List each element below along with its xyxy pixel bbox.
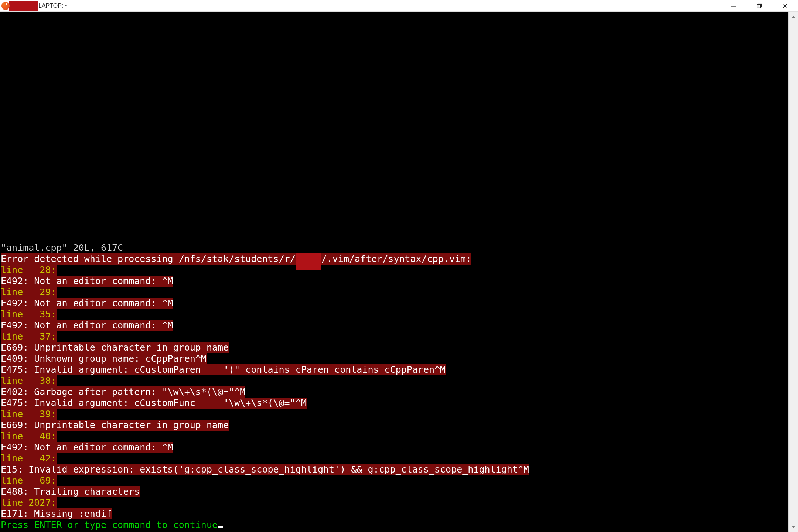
terminal-line: "animal.cpp" 20L, 617C: [1, 242, 788, 253]
vim-line-marker: line 28:: [1, 265, 57, 276]
vim-line-marker: line 38:: [1, 375, 57, 386]
vim-line-marker: line 2027:: [1, 497, 57, 508]
maximize-button[interactable]: [746, 0, 772, 12]
path-redaction-overlay: [296, 253, 321, 270]
terminal-line: line 42:: [1, 453, 788, 464]
vim-line-marker: line 40:: [1, 431, 57, 442]
vim-error-message: E15: Invalid expression: exists('g:cpp_c…: [1, 464, 529, 475]
vim-line-marker: line 42:: [1, 453, 57, 464]
vim-error-message: E492: Not an editor command: ^M: [1, 298, 173, 309]
vim-error-message: E488: Trailing characters: [1, 486, 140, 497]
terminal-line: E402: Garbage after pattern: "\w\+\s*(\@…: [1, 386, 788, 398]
terminal-line: E475: Invalid argument: cCustomFunc "\w\…: [1, 398, 788, 409]
scroll-up-icon: [791, 14, 796, 19]
vim-error-message: E669: Unprintable character in group nam…: [1, 342, 229, 353]
vim-error-message: E492: Not an editor command: ^M: [1, 276, 173, 287]
svg-marker-5: [792, 16, 795, 18]
terminal-line: E492: Not an editor command: ^M: [1, 298, 788, 309]
vim-line-marker: line 35:: [1, 309, 57, 320]
vertical-scrollbar[interactable]: [788, 12, 798, 532]
vim-line-marker: line 37:: [1, 331, 57, 342]
terminal-line: line 28:: [1, 265, 788, 276]
svg-marker-6: [792, 526, 795, 528]
vim-error-message: Error detected while processing /nfs/sta…: [1, 253, 471, 265]
terminal-line: line 37:: [1, 331, 788, 342]
terminal-line: E492: Not an editor command: ^M: [1, 442, 788, 453]
window-body: "animal.cpp" 20L, 617CError detected whi…: [0, 12, 798, 532]
scroll-down-button[interactable]: [789, 522, 798, 532]
scroll-down-icon: [791, 525, 796, 529]
terminal-line: E492: Not an editor command: ^M: [1, 276, 788, 287]
terminal-line: line 39:: [1, 409, 788, 420]
minimize-button[interactable]: [720, 0, 746, 12]
titlebar-left: LAPTOP: ~: [0, 0, 68, 11]
terminal-cursor: [218, 526, 223, 528]
vim-error-message: E475: Invalid argument: cCustomFunc "\w\…: [1, 398, 307, 409]
vim-line-marker: line 29:: [1, 287, 57, 298]
terminal-line: E492: Not an editor command: ^M: [1, 320, 788, 331]
maximize-icon: [757, 3, 762, 8]
svg-rect-2: [758, 4, 762, 7]
window-title: LAPTOP: ~: [38, 3, 68, 9]
minimize-icon: [731, 3, 736, 8]
terminal-line: E409: Unknown group name: cCppParen^M: [1, 353, 788, 364]
titlebar[interactable]: LAPTOP: ~: [0, 0, 798, 12]
terminal-line: line 29:: [1, 287, 788, 298]
svg-rect-1: [757, 4, 761, 8]
terminal-line: E488: Trailing characters: [1, 486, 788, 497]
terminal-line: Error detected while processing /nfs/sta…: [1, 253, 788, 265]
terminal-line: Press ENTER or type command to continue: [1, 519, 788, 531]
file-status-text: "animal.cpp" 20L, 617C: [1, 242, 123, 253]
vim-error-message: E492: Not an editor command: ^M: [1, 442, 173, 453]
scroll-up-button[interactable]: [789, 12, 798, 21]
vim-continue-prompt[interactable]: Press ENTER or type command to continue: [1, 519, 218, 530]
window-controls: [720, 0, 798, 11]
terminal-line: line 69:: [1, 475, 788, 486]
terminal-line: line 2027:: [1, 497, 788, 508]
terminal-line: E475: Invalid argument: cCustomParen "("…: [1, 364, 788, 375]
vim-line-marker: line 69:: [1, 475, 57, 486]
ubuntu-logo-icon: [1, 2, 10, 10]
vim-error-message: E669: Unprintable character in group nam…: [1, 420, 229, 431]
titlebar-redaction: [9, 1, 38, 11]
terminal-content: "animal.cpp" 20L, 617CError detected whi…: [0, 242, 788, 532]
terminal-line: E669: Unprintable character in group nam…: [1, 342, 788, 353]
vim-error-message: E171: Missing :endif: [1, 508, 112, 519]
terminal-line: line 35:: [1, 309, 788, 320]
scroll-track[interactable]: [789, 21, 798, 522]
vim-error-message: E402: Garbage after pattern: "\w\+\s*(\@…: [1, 386, 245, 398]
close-button[interactable]: [772, 0, 798, 12]
terminal-line: E15: Invalid expression: exists('g:cpp_c…: [1, 464, 788, 475]
vim-error-message: E409: Unknown group name: cCppParen^M: [1, 353, 207, 364]
terminal-viewport[interactable]: "animal.cpp" 20L, 617CError detected whi…: [0, 12, 788, 532]
close-icon: [782, 3, 788, 8]
vim-line-marker: line 39:: [1, 409, 57, 420]
vim-error-message: E492: Not an editor command: ^M: [1, 320, 173, 331]
terminal-line: line 38:: [1, 375, 788, 386]
terminal-line: E171: Missing :endif: [1, 508, 788, 519]
terminal-line: line 40:: [1, 431, 788, 442]
vim-error-message: E475: Invalid argument: cCustomParen "("…: [1, 364, 446, 375]
app-window: LAPTOP: ~ "animal.cpp" 20L, 617CError de…: [0, 0, 798, 532]
terminal-line: E669: Unprintable character in group nam…: [1, 420, 788, 431]
